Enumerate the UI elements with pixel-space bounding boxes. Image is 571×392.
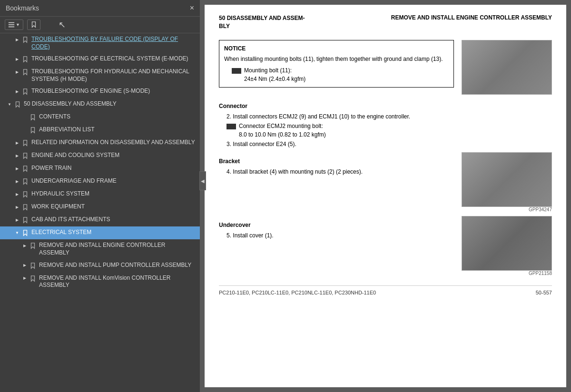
expand-arrow-troubleshooting-electrical[interactable] [13,56,21,63]
bookmark-icon-contents [30,114,36,121]
bookmark-item-cab-attachments[interactable]: CAB AND ITS ATTACHMENTS [0,214,200,226]
dropdown-arrow: ▼ [16,22,20,27]
expand-arrow-remove-komvision[interactable] [21,275,29,283]
bookmark-text-power-train: POWER TRAIN [31,165,196,172]
connector-section: Connector 2. Install connectors ECMJ2 (9… [219,103,552,148]
bookmark-item-abbreviation[interactable]: ABBREVIATION LIST [0,124,200,137]
cursor-indicator: ↖ [59,20,66,30]
section-connector-title: Connector [219,103,552,109]
bookmark-text-engine-cooling: ENGINE AND COOLING SYSTEM [31,152,196,159]
bookmark-icon-troubleshooting-hydraulic [22,69,29,76]
list-view-button[interactable]: ▼ [5,20,23,30]
bookmarks-list[interactable]: TROUBLESHOOTING BY FAILURE CODE (DISPLAY… [0,33,200,392]
notice-body: When installing mounting bolts (11), tig… [224,55,449,63]
expand-arrow-undercarriage[interactable] [13,178,21,186]
expand-arrow-engine-cooling[interactable] [13,152,21,160]
expand-arrow-remove-pump-controller[interactable] [21,262,29,270]
bookmark-icon-electrical-system [22,229,29,237]
notice-title: NOTICE [224,45,449,52]
bracket-section: Bracket 4. Install bracket (4) with moun… [219,152,552,212]
expand-arrow-work-equipment[interactable] [13,204,21,211]
expand-arrow-abbreviation[interactable] [21,127,29,134]
bookmark-icon-remove-pump-controller [30,262,36,270]
bracket-image-container: GPP34247 [462,152,552,212]
expand-arrow-hydraulic-system[interactable] [13,191,21,198]
bookmark-icon-undercarriage [22,178,29,186]
expand-arrow-troubleshooting-hydraulic[interactable] [13,69,21,76]
bookmark-icon-troubleshooting-failure [22,36,29,44]
bookmark-item-troubleshooting-engine[interactable]: TROUBLESHOOTING OF ENGINE (S-MODE) [0,85,200,98]
doc-footer: PC210-11E0, PC210LC-11E0, PC210NLC-11E0,… [219,285,552,295]
footer-page-number: 50-557 [536,290,552,295]
expand-arrow-troubleshooting-failure[interactable] [13,36,21,44]
bookmark-icon-cab-attachments [22,216,29,224]
bookmark-text-troubleshooting-electrical: TROUBLESHOOTING OF ELECTRICAL SYSTEM (E-… [31,55,196,63]
close-button[interactable]: × [190,4,194,12]
notice-section: NOTICE When installing mounting bolts (1… [219,40,552,95]
undercover-text: Undercover 5. Install cover (1). [219,216,454,276]
bookmark-icon-hydraulic-system [22,191,29,198]
step-5: 5. Install cover (1). [226,231,454,240]
notice-spec-value: 24±4 Nm (2.4±0.4 kgfm) [244,76,449,82]
notice-spec: Mounting bolt (11): [232,67,449,74]
bookmark-icon-disassembly-50 [14,101,21,108]
list-icon [8,21,15,28]
bookmark-item-troubleshooting-failure[interactable]: TROUBLESHOOTING BY FAILURE CODE (DISPLAY… [0,33,200,53]
bookmark-view-button[interactable] [27,20,40,30]
bookmark-item-power-train[interactable]: POWER TRAIN [0,162,200,175]
bookmark-icon-engine-cooling [22,152,29,160]
undercover-image-container: GPP21158 [462,216,552,276]
expand-arrow-electrical-system[interactable] [13,229,21,237]
expand-arrow-power-train[interactable] [13,165,21,173]
connector-spec-label: Connector ECMJ2 mounting bolt: [239,123,323,129]
expand-arrow-troubleshooting-engine[interactable] [13,88,21,96]
bookmark-toolbar-icon [30,21,37,28]
expand-arrow-disassembly-50[interactable] [6,101,13,108]
bookmark-text-disassembly-50: 50 DISASSEMBLY AND ASSEMBLY [24,100,196,108]
document-content: 50 DISASSEMBLY AND ASSEM- BLY REMOVE AND… [205,5,566,387]
collapse-panel-button[interactable]: ◀ [199,171,206,190]
undercover-image-caption: GPP21158 [529,271,552,276]
bookmark-item-contents[interactable]: CONTENTS [0,111,200,124]
footer-model-info: PC210-11E0, PC210LC-11E0, PC210NLC-11E0,… [219,290,376,295]
bookmark-item-electrical-system[interactable]: ELECTRICAL SYSTEM [0,226,200,239]
doc-section-line2: BLY [219,22,305,30]
bookmark-item-remove-engine-controller[interactable]: REMOVE AND INSTALL ENGINE CONTROLLER ASS… [0,239,200,259]
connector-spec: Connector ECMJ2 mounting bolt: [226,123,552,129]
svg-rect-0 [9,22,14,23]
bookmark-item-remove-komvision[interactable]: REMOVE AND INSTALL KomVision CONTROLLER … [0,272,200,292]
expand-arrow-contents[interactable] [21,114,29,121]
expand-arrow-related-info[interactable] [13,139,21,147]
svg-rect-2 [9,27,14,28]
bookmark-icon-abbreviation [30,127,36,134]
bookmark-item-undercarriage[interactable]: UNDERCARRIAGE AND FRAME [0,175,200,188]
step-3: 3. Install connector E24 (5). [226,140,552,148]
torque-icon [232,68,241,74]
bookmarks-title: Bookmarks [6,4,39,12]
bookmark-item-troubleshooting-electrical[interactable]: TROUBLESHOOTING OF ELECTRICAL SYSTEM (E-… [0,53,200,66]
bookmark-item-remove-pump-controller[interactable]: REMOVE AND INSTALL PUMP CONTROLLER ASSEM… [0,259,200,272]
bookmark-icon-power-train [22,165,29,173]
bookmark-item-disassembly-50[interactable]: 50 DISASSEMBLY AND ASSEMBLY [0,98,200,111]
notice-image [462,40,552,95]
undercover-section: Undercover 5. Install cover (1). GPP2115… [219,216,552,276]
undercover-image [462,216,552,271]
bookmarks-header: Bookmarks × [0,0,200,17]
bookmark-text-hydraulic-system: HYDRAULIC SYSTEM [31,190,196,198]
section-bracket-title: Bracket [219,158,454,165]
bookmark-icon-work-equipment [22,204,29,211]
svg-rect-1 [9,24,14,25]
notice-box: NOTICE When installing mounting bolts (1… [219,40,454,88]
bookmark-text-electrical-system: ELECTRICAL SYSTEM [31,229,196,236]
bookmark-icon-remove-engine-controller [30,242,36,250]
connector-torque-icon [226,124,236,129]
bookmark-icon-related-info [22,139,29,147]
bookmark-item-troubleshooting-hydraulic[interactable]: TROUBLESHOOTING FOR HYDRAULIC AND MECHAN… [0,66,200,85]
bracket-text: Bracket 4. Install bracket (4) with moun… [219,152,454,212]
bookmark-item-engine-cooling[interactable]: ENGINE AND COOLING SYSTEM [0,149,200,162]
expand-arrow-cab-attachments[interactable] [13,216,21,224]
bookmark-item-related-info[interactable]: RELATED INFORMATION ON DISASSEMBLY AND A… [0,137,200,149]
expand-arrow-remove-engine-controller[interactable] [21,242,29,250]
bookmark-item-hydraulic-system[interactable]: HYDRAULIC SYSTEM [0,188,200,201]
bookmark-item-work-equipment[interactable]: WORK EQUIPMENT [0,201,200,214]
